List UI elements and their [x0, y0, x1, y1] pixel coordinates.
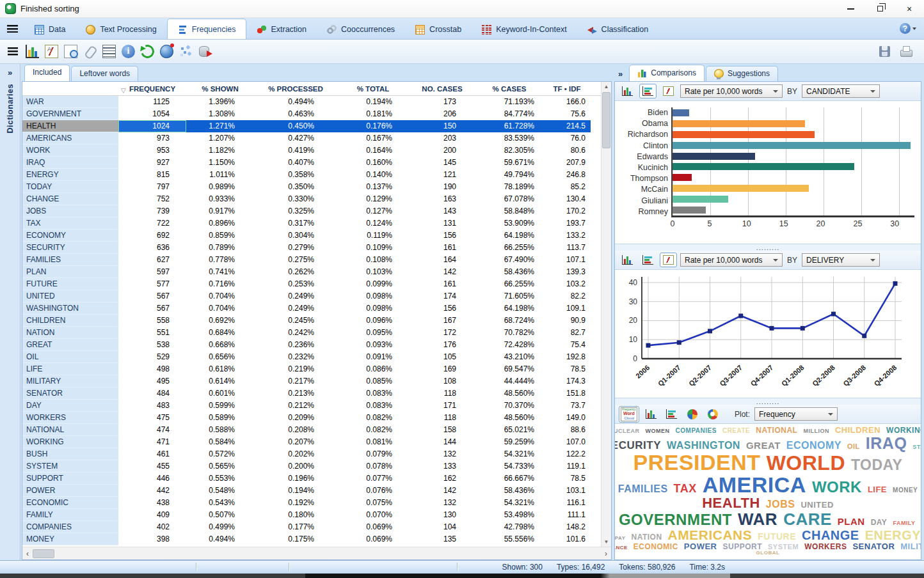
value-cell[interactable]: 0.099% [337, 278, 409, 290]
value-cell[interactable]: 148.2 [543, 521, 591, 533]
table-row[interactable]: JOBS7390.917%0.325%0.127%14358.848%170.2 [22, 205, 601, 217]
value-cell[interactable]: 0.588% [186, 424, 254, 436]
value-cell[interactable]: 75.4 [543, 339, 591, 351]
column-header-processed[interactable]: % PROCESSED [254, 85, 337, 93]
value-cell[interactable]: 42.798% [475, 521, 543, 533]
horizontal-bar-chart-button[interactable] [639, 84, 657, 98]
value-cell[interactable]: 131 [409, 217, 475, 230]
word-cell[interactable]: IRAQ [22, 157, 118, 169]
cloud-word[interactable]: FAMILIES [618, 484, 668, 495]
value-cell[interactable]: 133.2 [543, 230, 591, 242]
cloud-word[interactable]: COMPANIES [676, 428, 717, 434]
value-cell[interactable]: 1.011% [186, 169, 254, 181]
value-cell[interactable]: 0.589% [186, 412, 254, 424]
value-cell[interactable]: 139.3 [543, 266, 591, 278]
value-cell[interactable]: 0.548% [186, 485, 254, 497]
value-cell[interactable]: 1.308% [186, 108, 254, 120]
table-row[interactable]: SENATOR4840.601%0.213%0.083%11848.560%15… [22, 387, 601, 400]
value-cell[interactable]: 0.684% [186, 327, 254, 339]
cloud-word[interactable]: MONEY [893, 487, 918, 494]
rate-dropdown[interactable]: Rate per 10,000 words [680, 253, 783, 267]
value-cell[interactable]: 0.242% [254, 327, 337, 339]
word-cell[interactable]: TODAY [22, 181, 118, 193]
value-cell[interactable]: 0.249% [254, 302, 337, 315]
value-cell[interactable]: 107.1 [543, 254, 591, 266]
cloud-word[interactable]: WORKING [886, 426, 921, 434]
value-cell[interactable]: 722 [118, 217, 186, 230]
tab-crosstab[interactable]: Crosstab [405, 20, 472, 39]
word-cell[interactable]: SENATOR [22, 387, 118, 400]
table-row[interactable]: WORKING4710.584%0.207%0.081%14459.259%10… [22, 436, 601, 448]
value-cell[interactable]: 0.196% [254, 473, 337, 485]
value-cell[interactable]: 0.236% [254, 339, 337, 351]
value-cell[interactable]: 461 [118, 448, 186, 460]
value-cell[interactable]: 118 [409, 412, 475, 424]
value-cell[interactable]: 409 [118, 509, 186, 521]
rate-dropdown[interactable]: Rate per 10,000 words [680, 84, 783, 98]
word-cell[interactable]: SECURITY [22, 242, 118, 254]
value-cell[interactable]: 0.083% [337, 387, 409, 400]
value-cell[interactable]: 498 [118, 363, 186, 375]
value-cell[interactable]: 0.124% [337, 217, 409, 230]
value-cell[interactable]: 53.498% [475, 509, 543, 521]
value-cell[interactable]: 206 [409, 108, 475, 120]
value-cell[interactable]: 567 [118, 302, 186, 315]
value-cell[interactable]: 0.069% [337, 521, 409, 533]
column-header-no-cases[interactable]: NO. CASES [409, 85, 475, 93]
cloud-word[interactable]: GOVERNMENT [619, 512, 732, 528]
value-cell[interactable]: 529 [118, 351, 186, 363]
value-cell[interactable]: 68.724% [475, 315, 543, 327]
value-cell[interactable]: 0.325% [254, 205, 337, 217]
value-cell[interactable]: 0.217% [254, 375, 337, 387]
value-cell[interactable]: 85.2 [543, 181, 591, 193]
info-icon[interactable] [122, 45, 135, 58]
value-cell[interactable]: 193.7 [543, 217, 591, 230]
cloud-word[interactable]: WASHINGTON [667, 441, 740, 451]
table-row[interactable]: SYSTEM4550.565%0.200%0.078%13354.733%119… [22, 460, 601, 473]
value-cell[interactable]: 471 [118, 436, 186, 448]
word-cell[interactable]: GREAT [22, 339, 118, 351]
value-cell[interactable]: 80.6 [543, 144, 591, 157]
word-cell[interactable]: ECONOMY [22, 230, 118, 242]
value-cell[interactable]: 0.176% [337, 120, 409, 132]
tab-text-processing[interactable]: Text Processing [76, 20, 166, 39]
value-cell[interactable]: 161 [409, 278, 475, 290]
word-cell[interactable]: DAY [22, 400, 118, 412]
value-cell[interactable]: 0.108% [337, 254, 409, 266]
value-cell[interactable]: 0.565% [186, 460, 254, 473]
value-cell[interactable]: 82.7 [543, 327, 591, 339]
value-cell[interactable]: 0.160% [337, 157, 409, 169]
vertical-bar-chart-button[interactable] [642, 407, 660, 421]
value-cell[interactable]: 0.427% [254, 132, 337, 144]
value-cell[interactable]: 142 [409, 485, 475, 497]
help-button[interactable]: ? [900, 23, 916, 34]
value-cell[interactable]: 84.774% [475, 108, 543, 120]
value-cell[interactable]: 0.137% [337, 181, 409, 193]
expand-chevron-icon[interactable]: » [0, 64, 20, 77]
value-cell[interactable]: 133 [409, 460, 475, 473]
tab-suggestions[interactable]: Suggestions [706, 66, 778, 81]
cloud-word[interactable]: GLOBAL [756, 551, 780, 556]
value-cell[interactable]: 0.082% [337, 412, 409, 424]
value-cell[interactable]: 54.733% [475, 460, 543, 473]
value-cell[interactable]: 1024 [118, 120, 186, 132]
value-cell[interactable]: 132 [409, 448, 475, 460]
close-button[interactable]: × [895, 0, 924, 17]
value-cell[interactable]: 78.5 [543, 473, 591, 485]
value-cell[interactable]: 246.8 [543, 169, 591, 181]
value-cell[interactable]: 0.656% [186, 351, 254, 363]
value-cell[interactable]: 43.210% [475, 351, 543, 363]
cloud-word[interactable]: PLAN [838, 517, 865, 527]
value-cell[interactable]: 78.5 [543, 363, 591, 375]
table-row[interactable]: ENERGY8151.011%0.358%0.140%12149.794%246… [22, 169, 601, 181]
value-cell[interactable]: 59.259% [475, 436, 543, 448]
cloud-word[interactable]: POWER [684, 542, 717, 551]
value-cell[interactable]: 1.271% [186, 120, 254, 132]
value-cell[interactable]: 48.560% [475, 387, 543, 400]
cloud-word[interactable]: PRESIDENT [633, 451, 761, 474]
value-cell[interactable]: 0.358% [254, 169, 337, 181]
bar-biden[interactable] [673, 109, 689, 116]
value-cell[interactable]: 0.618% [186, 363, 254, 375]
cloud-word[interactable]: MILLION [803, 428, 829, 434]
cloud-word[interactable]: TAX [674, 483, 697, 495]
